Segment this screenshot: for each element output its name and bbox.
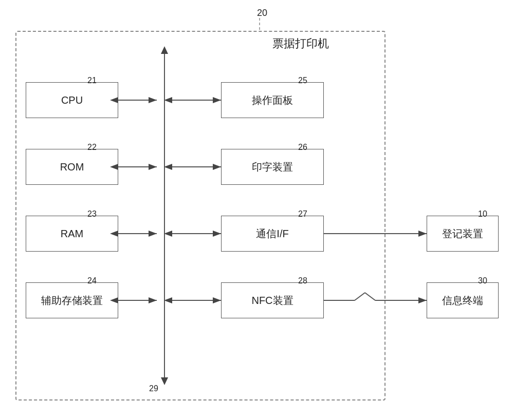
box-print: 印字装置 (221, 149, 324, 185)
ref-rom: 22 (87, 143, 97, 152)
ref-bus: 29 (149, 384, 158, 393)
box-ram: RAM (26, 216, 118, 252)
ref-20: 20 (257, 8, 267, 18)
ref-print: 26 (298, 143, 307, 152)
ref-aux: 24 (87, 276, 97, 285)
ref-cpu: 21 (87, 76, 97, 85)
box-comm: 通信I/F (221, 216, 324, 252)
box-terminal: 信息终端 (427, 282, 499, 318)
ref-ram: 23 (87, 209, 97, 219)
printer-label: 票据打印机 (272, 36, 329, 51)
ref-comm: 27 (298, 209, 307, 219)
ref-nfc: 28 (298, 276, 307, 285)
box-panel: 操作面板 (221, 82, 324, 118)
box-register: 登记装置 (427, 216, 499, 252)
box-cpu: CPU (26, 82, 118, 118)
box-aux: 辅助存储装置 (26, 282, 118, 318)
ref-terminal: 30 (478, 276, 487, 285)
box-rom: ROM (26, 149, 118, 185)
ref-panel: 25 (298, 76, 307, 85)
ref-register: 10 (478, 209, 487, 219)
box-nfc: NFC装置 (221, 282, 324, 318)
diagram: 20 票据打印机 CPU ROM RAM 辅助存储装置 操作面板 印字装置 通信… (0, 0, 514, 420)
